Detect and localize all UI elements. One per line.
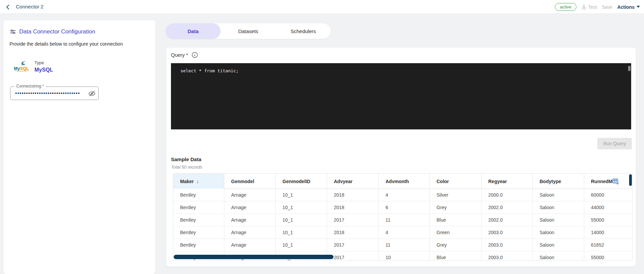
table-row: BentleyArnage10_1201711Blue2002.0Saloon5… xyxy=(173,214,632,226)
type-label: Type xyxy=(34,60,44,65)
column-settings-icon[interactable] xyxy=(612,178,619,185)
table-header-row: Maker↓GenmodelGenmodelIDAdvyearAdvmonthC… xyxy=(173,174,632,189)
page-title: Connector 2 xyxy=(16,4,44,9)
config-panel: Data Connector Configuration Provide the… xyxy=(3,20,155,274)
table-cell: Saloon xyxy=(533,189,584,201)
table-cell: Blue xyxy=(430,251,481,260)
table-body: BentleyArnage10_120184Silver2000.0Saloon… xyxy=(173,189,632,260)
table-cell: 10_1 xyxy=(276,189,327,201)
actions-button[interactable]: Actions xyxy=(617,4,640,10)
query-code-editor[interactable]: select * from titanic; xyxy=(171,63,631,129)
table-cell: Grey xyxy=(430,239,481,251)
column-header-genmodel[interactable]: Genmodel xyxy=(224,174,276,189)
tab-schedulers[interactable]: Schedulers xyxy=(276,23,331,39)
column-header-genmodelid[interactable]: GenmodelID xyxy=(276,174,327,189)
table-cell: Bentley xyxy=(173,214,224,226)
sample-data-count: Total 50 records xyxy=(171,165,202,170)
table-cell: Green xyxy=(430,226,481,239)
table-cell: 55000 xyxy=(584,214,633,226)
table-cell: Arnage xyxy=(224,201,276,214)
tab-data[interactable]: Data xyxy=(166,23,221,39)
table-cell: Saloon xyxy=(533,201,584,214)
table-cell: 10_1 xyxy=(276,201,327,214)
editor-scrollbar-thumb[interactable] xyxy=(628,66,630,71)
table-cell: 2018 xyxy=(327,201,379,214)
table-cell: Arnage xyxy=(224,214,276,226)
sample-data-table: Maker↓GenmodelGenmodelIDAdvyearAdvmonthC… xyxy=(173,173,633,260)
table-cell: 2000.0 xyxy=(481,189,533,201)
table-cell: 55000 xyxy=(584,251,633,260)
column-header-regyear[interactable]: Regyear xyxy=(481,174,533,189)
table-cell: 2018 xyxy=(327,189,379,201)
table-cell: 2003.0 xyxy=(481,226,533,239)
table-cell: Bentley xyxy=(173,239,224,251)
visibility-off-icon[interactable] xyxy=(88,90,96,97)
table-cell: 2018 xyxy=(327,226,379,239)
table-cell: 2002.0 xyxy=(481,214,533,226)
table-cell: 61652 xyxy=(584,239,633,251)
table-cell: 10 xyxy=(379,251,430,260)
query-label: Query * xyxy=(171,52,188,58)
type-value: MySQL xyxy=(34,67,53,73)
table-cell: Grey xyxy=(430,201,481,214)
connectstring-label: Connectstring * xyxy=(15,84,46,89)
svg-text:SQL: SQL xyxy=(20,66,29,71)
table-cell: 11 xyxy=(379,214,430,226)
back-icon[interactable] xyxy=(4,3,12,11)
table-row: BentleyArnage10_120184Green2003.0Saloon1… xyxy=(173,226,632,239)
table-cell: 2002.0 xyxy=(481,201,533,214)
info-icon[interactable] xyxy=(192,52,198,58)
tabs-bar: Data Datasets Schedulers xyxy=(166,23,331,39)
tab-datasets[interactable]: Datasets xyxy=(221,23,276,39)
caret-down-icon xyxy=(637,6,640,8)
save-button[interactable]: Save xyxy=(602,4,613,10)
column-header-bodytype[interactable]: Bodytype xyxy=(533,174,584,189)
table-cell: 4 xyxy=(379,189,430,201)
table-cell: 2003.0 xyxy=(481,239,533,251)
table-cell: Saloon xyxy=(533,214,584,226)
table-cell: 6 xyxy=(379,201,430,214)
table-cell: 2003.0 xyxy=(481,251,533,260)
column-header-advyear[interactable]: Advyear xyxy=(327,174,379,189)
config-subtitle: Provide the details below to configure y… xyxy=(9,41,123,47)
run-query-button[interactable]: Run Query xyxy=(597,138,632,149)
table-cell: 60000 xyxy=(584,189,633,201)
table-cell: Arnage xyxy=(224,189,276,201)
column-header-color[interactable]: Color xyxy=(430,174,481,189)
connectstring-masked-value[interactable]: •••••••••••••••••••••••••••••• xyxy=(15,91,83,96)
table-cell: 2017 xyxy=(327,214,379,226)
table-cell: Saloon xyxy=(533,239,584,251)
table-cell: Saloon xyxy=(533,226,584,239)
page: Connector 2 active Test Save Actions xyxy=(0,0,644,274)
tune-sliders-icon xyxy=(9,28,16,35)
horizontal-scrollbar-thumb[interactable] xyxy=(174,255,333,259)
top-bar: Connector 2 active Test Save Actions xyxy=(0,0,644,14)
table-row: BentleyArnage10_120184Silver2000.0Saloon… xyxy=(173,189,632,201)
sort-descending-icon: ↓ xyxy=(196,179,199,184)
table-cell: 2017 xyxy=(327,251,379,260)
test-button[interactable]: Test xyxy=(581,4,597,10)
data-tab-panel: Query * select * from titanic; Run Query… xyxy=(166,48,636,267)
sample-data-title: Sample Data xyxy=(171,156,201,162)
vertical-scrollbar-thumb[interactable] xyxy=(629,174,632,186)
connectstring-field[interactable]: Connectstring * ••••••••••••••••••••••••… xyxy=(10,86,99,100)
table-cell: Arnage xyxy=(224,239,276,251)
table-cell: 4 xyxy=(379,226,430,239)
table-cell: Arnage xyxy=(224,226,276,239)
table-row: BentleyArnage10_1201711Grey2003.0Saloon6… xyxy=(173,239,632,251)
column-header-maker[interactable]: Maker↓ xyxy=(173,174,224,189)
table-cell: 2017 xyxy=(327,239,379,251)
query-code[interactable]: select * from titanic; xyxy=(180,68,239,73)
table-cell: Bentley xyxy=(173,226,224,239)
column-header-advmonth[interactable]: Advmonth xyxy=(379,174,430,189)
status-badge: active xyxy=(555,3,576,11)
table-cell: Bentley xyxy=(173,201,224,214)
table-cell: Silver xyxy=(430,189,481,201)
column-header-runnedm[interactable]: RunnedM xyxy=(584,174,633,189)
table-cell: Blue xyxy=(430,214,481,226)
table-cell: Saloon xyxy=(533,251,584,260)
flask-icon xyxy=(581,4,587,10)
table-cell: 10_1 xyxy=(276,214,327,226)
svg-text:My: My xyxy=(14,66,20,71)
table-row: BentleyArnage10_120186Grey2002.0Saloon44… xyxy=(173,201,632,214)
